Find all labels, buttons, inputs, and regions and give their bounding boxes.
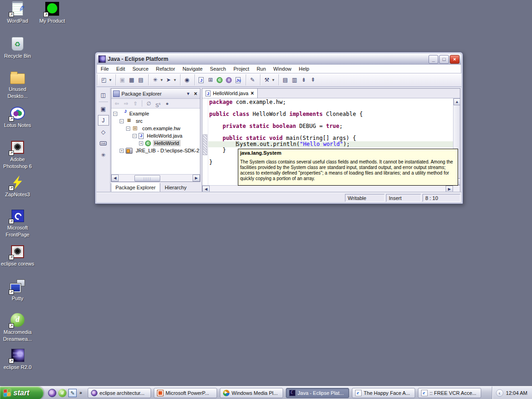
menu-search[interactable]: Search — [206, 65, 230, 73]
show-static-icon[interactable]: Ss — [154, 100, 162, 108]
cvs-perspective-icon[interactable]: cvs — [98, 138, 109, 149]
tree-item-helloworld-java[interactable]: −HelloWorld.java — [111, 132, 200, 139]
previous-annotation-icon[interactable]: ⇞ — [308, 75, 318, 85]
debug-icon[interactable]: ✳ — [151, 75, 160, 85]
tree-item-example[interactable]: −Example — [111, 110, 200, 117]
view-title-bar[interactable]: Package Explorer ▼ × — [111, 89, 200, 99]
new-junit-icon[interactable]: Ju — [234, 75, 243, 85]
run-icon[interactable]: ➤ — [164, 75, 173, 85]
desktop-icon-wordpad[interactable]: ↗WordPad — [0, 1, 35, 24]
tree-expander-icon[interactable]: − — [126, 127, 130, 131]
task-button-eclipse-architectur[interactable]: eclipse architectur... — [88, 388, 151, 398]
open-type-icon[interactable]: ◉ — [182, 75, 192, 85]
plugin-perspective-icon[interactable]: ◇ — [98, 127, 109, 137]
dropdown-arrow-icon[interactable]: ▼ — [109, 78, 112, 82]
desktop-icon-macromedia-dreamwea[interactable]: d↗MacromediaDreamwea... — [0, 312, 35, 343]
new-interface-icon[interactable]: I — [224, 75, 234, 85]
dropdown-arrow-icon[interactable]: ▼ — [173, 78, 177, 82]
print-icon[interactable]: ▤ — [136, 75, 145, 85]
tree-expander-icon[interactable]: + — [120, 149, 124, 153]
eclipse-round-icon[interactable] — [48, 389, 56, 397]
lightning-icon: ↗ — [9, 175, 26, 190]
tree-expander-icon[interactable]: − — [113, 112, 117, 116]
menu-project[interactable]: Project — [230, 65, 253, 73]
debug-perspective-icon[interactable]: ✳ — [98, 150, 109, 160]
scroll-left-icon[interactable]: ◀ — [202, 186, 210, 193]
view-menu-icon[interactable]: ▼ — [183, 91, 193, 96]
resource-perspective-icon[interactable]: ▣ — [98, 103, 109, 114]
forward-icon[interactable]: ⇨ — [122, 100, 130, 108]
menu-window[interactable]: Window — [270, 65, 295, 73]
tree-expander-icon[interactable]: − — [120, 119, 124, 123]
menu-run[interactable]: Run — [253, 65, 270, 73]
view-toolbar: ⇦⇨⇧∅Ss● — [111, 99, 200, 109]
editor-horizontal-scrollbar[interactable]: ◀ ▶ — [202, 185, 460, 192]
show-desktop-icon[interactable]: ✎ — [68, 389, 77, 397]
task-button-the-happy-face-a[interactable]: The Happy Face A... — [352, 388, 415, 398]
open-perspective-icon[interactable]: ◫ — [98, 90, 109, 100]
desktop-icon-lotus-notes[interactable]: ↗Lotus Notes — [0, 105, 35, 129]
desktop-icon-zapnotes3[interactable]: ↗ZapNotes3 — [0, 175, 35, 198]
desktop-icon-eclipse-corews[interactable]: ↗eclipse corews — [0, 244, 35, 267]
task-button-microsoft-powerp[interactable]: Microsoft PowerP... — [154, 388, 217, 398]
new-wizard-icon[interactable]: ◰ — [99, 75, 109, 85]
scroll-up-icon[interactable]: ▲ — [453, 98, 460, 105]
menu-source[interactable]: Source — [129, 65, 152, 73]
scroll-left-icon[interactable]: ◀ — [111, 175, 119, 181]
menu-help[interactable]: Help — [295, 65, 313, 73]
maximize-button[interactable]: □ — [439, 55, 449, 64]
show-public-icon[interactable]: ● — [163, 100, 171, 108]
new-package-icon[interactable]: ⊞ — [206, 75, 215, 85]
link-with-editor-icon[interactable]: ▥ — [290, 75, 299, 85]
dreamweaver-icon[interactable]: d — [58, 389, 66, 397]
menu-refactor[interactable]: Refactor — [152, 65, 179, 73]
java-search-icon[interactable]: ✎ — [248, 75, 257, 85]
scroll-thumb[interactable] — [134, 175, 160, 181]
new-class-icon[interactable]: C — [215, 75, 224, 85]
view-close-icon[interactable]: × — [193, 91, 198, 97]
tab-package-explorer[interactable]: Package Explorer — [111, 183, 160, 192]
go-up-icon[interactable]: ⇧ — [131, 100, 139, 108]
close-button[interactable]: × — [450, 55, 459, 64]
desktop-icon-eclipse-r2-0[interactable]: ↗eclipse R2.0 — [0, 347, 35, 371]
external-tools-icon[interactable]: ⚒ — [262, 75, 272, 85]
dropdown-arrow-icon[interactable]: ▼ — [160, 78, 163, 82]
filter-icon[interactable]: ∅ — [145, 100, 153, 108]
quick-launch-overflow-icon[interactable]: » — [79, 390, 83, 395]
menu-edit[interactable]: Edit — [113, 65, 129, 73]
tree-expander-icon[interactable]: − — [133, 134, 137, 138]
toggle-outline-icon[interactable]: ▤ — [281, 75, 290, 85]
scroll-right-icon[interactable]: ▶ — [193, 175, 200, 181]
desktop-icon-unused-deskto[interactable]: UnusedDeskto... — [0, 69, 35, 100]
desktop-icon-my-product[interactable]: ↗My Product — [35, 1, 70, 24]
desktop-icon-adobe-photoshop-6[interactable]: ↗AdobePhotoshop 6 — [0, 139, 35, 170]
start-button[interactable]: start — [0, 387, 43, 399]
next-annotation-icon[interactable]: ⇟ — [299, 75, 308, 85]
tree-item-com-example-hw[interactable]: −com.example.hw — [111, 125, 200, 132]
tray-collapse-chevron-icon[interactable]: ‹ — [496, 389, 503, 397]
editor-tab-helloworld[interactable]: J HelloWorld.java × — [202, 89, 258, 98]
task-button-free-vcr-acce[interactable]: :: FREE VCR Acce... — [418, 388, 481, 398]
desktop-icon-microsoft-frontpage[interactable]: ↗MicrosoftFrontPage — [0, 208, 35, 238]
new-java-file-icon[interactable]: J — [197, 75, 206, 85]
minimize-button[interactable]: _ — [429, 55, 438, 64]
scroll-right-icon[interactable]: ▶ — [446, 186, 453, 193]
task-button-java-eclipse-plat[interactable]: Java - Eclipse Plat... — [286, 388, 349, 398]
editor-tab-close-icon[interactable]: × — [251, 90, 254, 97]
tree-expander-icon[interactable]: + — [139, 141, 143, 145]
tree-horizontal-scrollbar[interactable]: ◀ ▶ — [111, 174, 200, 181]
desktop-icon-putty[interactable]: ⚡↗Putty — [0, 278, 35, 302]
tree-item-helloworld[interactable]: +HelloWorld — [111, 139, 200, 147]
tab-hierarchy[interactable]: Hierarchy — [160, 183, 191, 192]
window-titlebar[interactable]: Java - Eclipse Platform _ □ × — [97, 54, 461, 65]
desktop-icon-recycle-bin[interactable]: Recycle Bin — [0, 36, 35, 60]
dropdown-arrow-icon[interactable]: ▼ — [272, 78, 275, 82]
save-all-icon[interactable]: ▦ — [127, 75, 136, 85]
task-button-windows-media-pl[interactable]: Windows Media Pl... — [220, 388, 283, 398]
tree-item-jre-lib-d-eclipse-sdk-2[interactable]: +JRE_LIB - D:\eclipse-SDK-2 — [111, 147, 200, 154]
back-icon[interactable]: ⇦ — [113, 100, 121, 108]
java-perspective-icon[interactable]: J — [98, 115, 109, 126]
tree-item-src[interactable]: −src — [111, 117, 200, 125]
menu-navigate[interactable]: Navigate — [179, 65, 206, 73]
menu-file[interactable]: File — [97, 65, 113, 73]
